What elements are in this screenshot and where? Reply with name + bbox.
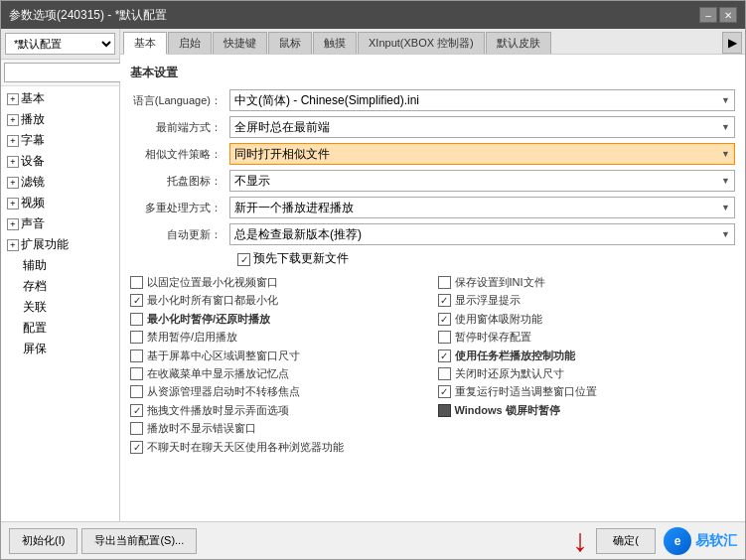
- bottom-right-area: ↓ 确定( e 易软汇: [572, 522, 737, 559]
- checkbox-restore-size[interactable]: 关闭时还原为默认尺寸: [438, 366, 736, 381]
- checkbox-browser-func[interactable]: 不聊天时在聊天天区使用各种浏览器功能: [130, 440, 428, 455]
- checkbox-icon[interactable]: [438, 331, 451, 344]
- expand-icon[interactable]: +: [7, 239, 19, 251]
- checkbox-icon[interactable]: [438, 404, 451, 417]
- tab-shortcuts[interactable]: 快捷键: [213, 32, 267, 54]
- sidebar-header: *默认配置: [1, 29, 119, 60]
- tree-item-playback[interactable]: + 播放: [1, 109, 119, 130]
- tray-icon-dropdown[interactable]: 不显示 ▼: [229, 170, 735, 192]
- tree-item-device[interactable]: + 设备: [1, 151, 119, 172]
- tree-item-archive[interactable]: 存档: [1, 276, 119, 297]
- expand-icon[interactable]: +: [7, 177, 19, 189]
- checkbox-label: 重复运行时适当调整窗口位置: [455, 384, 597, 399]
- checkbox-label: 从资源管理器启动时不转移焦点: [147, 384, 300, 399]
- checkbox-icon[interactable]: [438, 276, 451, 289]
- dropdown-arrow-icon: ▼: [721, 229, 730, 239]
- checkbox-fixed-pos[interactable]: 以固定位置最小化视频窗口: [130, 275, 428, 290]
- tab-start[interactable]: 启始: [168, 32, 212, 54]
- checkbox-icon[interactable]: [130, 350, 143, 362]
- tab-xinput[interactable]: XInput(XBOX 控制器): [358, 32, 485, 54]
- tree-item-assist[interactable]: 辅助: [1, 255, 119, 276]
- dropdown-arrow-icon: ▼: [721, 203, 730, 212]
- tab-touch[interactable]: 触摸: [313, 32, 357, 54]
- tree-item-video[interactable]: + 视频: [1, 193, 119, 213]
- expand-icon[interactable]: +: [7, 218, 19, 230]
- auto-update-row: 自动更新： 总是检查最新版本(推荐) ▼: [130, 223, 735, 245]
- tab-skin[interactable]: 默认皮肤: [486, 32, 551, 54]
- minimize-button[interactable]: –: [699, 7, 717, 23]
- checkbox-icon[interactable]: [130, 331, 143, 344]
- tree-item-basic[interactable]: + 基本: [1, 88, 119, 109]
- predownload-text: 预先下载更新文件: [253, 250, 349, 267]
- arrow-area: ↓: [572, 522, 588, 559]
- checkbox-icon[interactable]: [130, 441, 143, 454]
- language-dropdown[interactable]: 中文(简体) - Chinese(Simplified).ini ▼: [229, 89, 735, 111]
- checkbox-disable-pause[interactable]: 禁用暂停/启用播放: [130, 330, 428, 345]
- checkbox-icon[interactable]: [130, 422, 143, 435]
- expand-icon[interactable]: +: [7, 198, 19, 210]
- checkbox-icon[interactable]: [438, 294, 451, 307]
- tree-item-link[interactable]: 关联: [1, 297, 119, 318]
- confirm-button[interactable]: 确定(: [596, 528, 656, 554]
- checkbox-no-focus[interactable]: 从资源管理器启动时不转移焦点: [130, 384, 428, 399]
- checkbox-icon[interactable]: [130, 313, 143, 326]
- checkbox-label: 使用任务栏播放控制功能: [455, 349, 575, 363]
- tab-more-button[interactable]: ▶: [722, 32, 742, 54]
- checkbox-save-pause[interactable]: 暂停时保存配置: [438, 330, 736, 345]
- tree-item-audio[interactable]: + 声音: [1, 213, 119, 234]
- similar-file-dropdown[interactable]: 同时打开相似文件 ▼: [229, 143, 735, 165]
- checkbox-save-ini[interactable]: 保存设置到INI文件: [438, 275, 736, 290]
- tree-item-filter[interactable]: + 滤镜: [1, 172, 119, 193]
- predownload-checkbox[interactable]: [237, 253, 250, 266]
- checkbox-icon[interactable]: [438, 350, 451, 362]
- search-box: 🔍: [1, 60, 119, 86]
- close-button[interactable]: ✕: [719, 7, 737, 23]
- checkbox-no-error[interactable]: 播放时不显示错误窗口: [130, 421, 428, 436]
- checkbox-minimize-all[interactable]: 最小化时所有窗口都最小化: [130, 293, 428, 308]
- front-mode-dropdown[interactable]: 全屏时总在最前端 ▼: [229, 116, 735, 138]
- export-button[interactable]: 导出当前配置(S)...: [81, 528, 197, 554]
- content-area: 基本设置 语言(Language)： 中文(简体) - Chinese(Simp…: [120, 55, 745, 521]
- checkbox-icon[interactable]: [130, 404, 143, 417]
- checkbox-tooltip[interactable]: 显示浮显提示: [438, 293, 736, 308]
- checkbox-adjust-pos[interactable]: 重复运行时适当调整窗口位置: [438, 384, 736, 399]
- checkbox-icon[interactable]: [130, 276, 143, 289]
- checkbox-taskbar-ctrl[interactable]: 使用任务栏播放控制功能: [438, 349, 736, 363]
- expand-icon[interactable]: +: [7, 135, 19, 147]
- tab-mouse[interactable]: 鼠标: [268, 32, 312, 54]
- similar-file-value: 同时打开相似文件: [234, 146, 330, 163]
- front-mode-label: 最前端方式：: [130, 120, 229, 135]
- dropdown-arrow-icon: ▼: [721, 149, 730, 159]
- checkbox-minimize-pause[interactable]: 最小化时暂停/还原时播放: [130, 312, 428, 327]
- language-row: 语言(Language)： 中文(简体) - Chinese(Simplifie…: [130, 89, 735, 111]
- checkbox-center-resize[interactable]: 基于屏幕中心区域调整窗口尺寸: [130, 349, 428, 363]
- checkbox-icon[interactable]: [438, 385, 451, 398]
- checkbox-icon[interactable]: [130, 385, 143, 398]
- predownload-checkbox-label[interactable]: 预先下载更新文件: [237, 250, 735, 267]
- checkbox-drag-menu[interactable]: 拖拽文件播放时显示弄面选项: [130, 403, 428, 418]
- checkbox-icon[interactable]: [438, 313, 451, 326]
- expand-icon[interactable]: +: [7, 156, 19, 168]
- checkbox-label: 最小化时所有窗口都最小化: [147, 293, 278, 308]
- tab-basic[interactable]: 基本: [123, 32, 167, 55]
- multi-process-dropdown[interactable]: 新开一个播放进程播放 ▼: [229, 197, 735, 218]
- checkbox-icon[interactable]: [130, 294, 143, 307]
- expand-icon[interactable]: +: [7, 93, 19, 105]
- tree-item-extension[interactable]: + 扩展功能: [1, 234, 119, 255]
- expand-icon[interactable]: +: [7, 114, 19, 126]
- tree-item-subtitle[interactable]: + 字幕: [1, 130, 119, 151]
- checkbox-win-lock[interactable]: Windows 锁屏时暂停: [438, 403, 736, 418]
- section-title: 基本设置: [130, 65, 735, 81]
- checkbox-icon[interactable]: [130, 367, 143, 380]
- tab-bar: 基本 启始 快捷键 鼠标 触摸 XInput(XBOX 控制器) 默认皮肤 ▶: [120, 29, 745, 55]
- checkbox-snap[interactable]: 使用窗体吸附功能: [438, 312, 736, 327]
- config-dropdown[interactable]: *默认配置: [5, 33, 115, 55]
- tree-item-screensaver[interactable]: 屏保: [1, 339, 119, 359]
- checkbox-bookmark[interactable]: 在收藏菜单中显示播放记忆点: [130, 366, 428, 381]
- auto-update-dropdown[interactable]: 总是检查最新版本(推荐) ▼: [229, 223, 735, 245]
- tree-label: 设备: [21, 153, 45, 170]
- checkbox-icon[interactable]: [438, 367, 451, 380]
- tree-item-config[interactable]: 配置: [1, 318, 119, 339]
- init-button[interactable]: 初始化(I): [9, 528, 77, 554]
- dropdown-arrow-icon: ▼: [721, 176, 730, 186]
